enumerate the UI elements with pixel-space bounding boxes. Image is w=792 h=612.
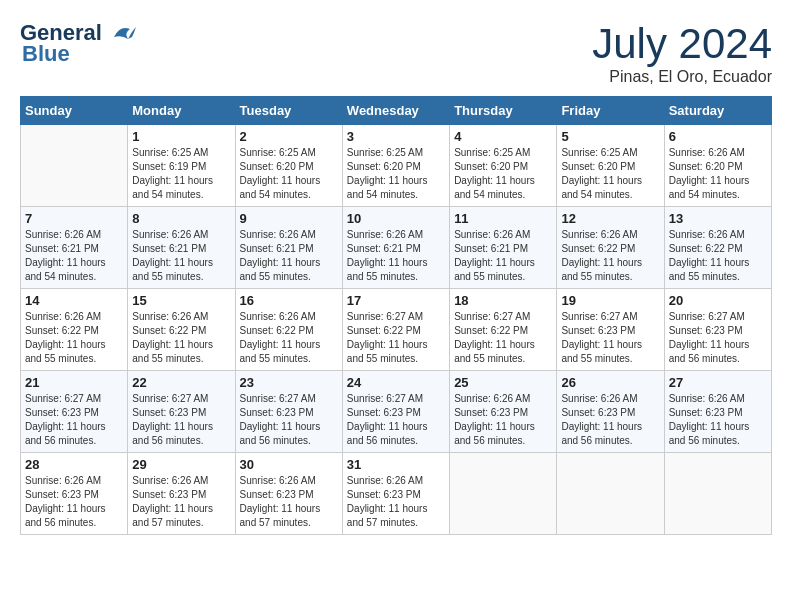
day-number: 28: [25, 457, 123, 472]
day-info: Sunrise: 6:26 AM Sunset: 6:22 PM Dayligh…: [25, 310, 123, 366]
weekday-header-row: SundayMondayTuesdayWednesdayThursdayFrid…: [21, 97, 772, 125]
calendar-cell: 12Sunrise: 6:26 AM Sunset: 6:22 PM Dayli…: [557, 207, 664, 289]
day-number: 30: [240, 457, 338, 472]
day-number: 11: [454, 211, 552, 226]
calendar-cell: 20Sunrise: 6:27 AM Sunset: 6:23 PM Dayli…: [664, 289, 771, 371]
day-info: Sunrise: 6:26 AM Sunset: 6:23 PM Dayligh…: [454, 392, 552, 448]
calendar-cell: 27Sunrise: 6:26 AM Sunset: 6:23 PM Dayli…: [664, 371, 771, 453]
calendar-cell: 26Sunrise: 6:26 AM Sunset: 6:23 PM Dayli…: [557, 371, 664, 453]
day-number: 9: [240, 211, 338, 226]
day-number: 31: [347, 457, 445, 472]
calendar-cell: 22Sunrise: 6:27 AM Sunset: 6:23 PM Dayli…: [128, 371, 235, 453]
calendar-week-4: 21Sunrise: 6:27 AM Sunset: 6:23 PM Dayli…: [21, 371, 772, 453]
day-number: 5: [561, 129, 659, 144]
calendar-cell: 10Sunrise: 6:26 AM Sunset: 6:21 PM Dayli…: [342, 207, 449, 289]
day-info: Sunrise: 6:26 AM Sunset: 6:21 PM Dayligh…: [240, 228, 338, 284]
calendar-cell: 8Sunrise: 6:26 AM Sunset: 6:21 PM Daylig…: [128, 207, 235, 289]
day-number: 7: [25, 211, 123, 226]
day-number: 19: [561, 293, 659, 308]
day-info: Sunrise: 6:25 AM Sunset: 6:20 PM Dayligh…: [240, 146, 338, 202]
day-number: 6: [669, 129, 767, 144]
calendar-cell: 1Sunrise: 6:25 AM Sunset: 6:19 PM Daylig…: [128, 125, 235, 207]
calendar-cell: 29Sunrise: 6:26 AM Sunset: 6:23 PM Dayli…: [128, 453, 235, 535]
day-number: 26: [561, 375, 659, 390]
day-info: Sunrise: 6:26 AM Sunset: 6:21 PM Dayligh…: [454, 228, 552, 284]
day-info: Sunrise: 6:26 AM Sunset: 6:22 PM Dayligh…: [240, 310, 338, 366]
day-info: Sunrise: 6:27 AM Sunset: 6:23 PM Dayligh…: [132, 392, 230, 448]
day-info: Sunrise: 6:27 AM Sunset: 6:23 PM Dayligh…: [347, 392, 445, 448]
calendar-cell: [21, 125, 128, 207]
day-info: Sunrise: 6:25 AM Sunset: 6:20 PM Dayligh…: [561, 146, 659, 202]
day-info: Sunrise: 6:26 AM Sunset: 6:22 PM Dayligh…: [132, 310, 230, 366]
calendar-cell: [557, 453, 664, 535]
weekday-header-saturday: Saturday: [664, 97, 771, 125]
day-number: 10: [347, 211, 445, 226]
day-number: 13: [669, 211, 767, 226]
day-info: Sunrise: 6:26 AM Sunset: 6:21 PM Dayligh…: [25, 228, 123, 284]
day-number: 20: [669, 293, 767, 308]
day-info: Sunrise: 6:26 AM Sunset: 6:22 PM Dayligh…: [669, 228, 767, 284]
calendar-cell: 23Sunrise: 6:27 AM Sunset: 6:23 PM Dayli…: [235, 371, 342, 453]
day-info: Sunrise: 6:27 AM Sunset: 6:22 PM Dayligh…: [454, 310, 552, 366]
weekday-header-monday: Monday: [128, 97, 235, 125]
weekday-header-thursday: Thursday: [450, 97, 557, 125]
day-info: Sunrise: 6:27 AM Sunset: 6:23 PM Dayligh…: [240, 392, 338, 448]
day-number: 18: [454, 293, 552, 308]
day-info: Sunrise: 6:25 AM Sunset: 6:20 PM Dayligh…: [347, 146, 445, 202]
day-info: Sunrise: 6:26 AM Sunset: 6:20 PM Dayligh…: [669, 146, 767, 202]
day-number: 27: [669, 375, 767, 390]
day-number: 1: [132, 129, 230, 144]
calendar-week-1: 1Sunrise: 6:25 AM Sunset: 6:19 PM Daylig…: [21, 125, 772, 207]
day-info: Sunrise: 6:26 AM Sunset: 6:23 PM Dayligh…: [132, 474, 230, 530]
day-number: 29: [132, 457, 230, 472]
calendar-cell: 5Sunrise: 6:25 AM Sunset: 6:20 PM Daylig…: [557, 125, 664, 207]
calendar-cell: 17Sunrise: 6:27 AM Sunset: 6:22 PM Dayli…: [342, 289, 449, 371]
day-info: Sunrise: 6:25 AM Sunset: 6:19 PM Dayligh…: [132, 146, 230, 202]
day-info: Sunrise: 6:26 AM Sunset: 6:21 PM Dayligh…: [347, 228, 445, 284]
day-number: 4: [454, 129, 552, 144]
calendar-cell: [664, 453, 771, 535]
weekday-header-tuesday: Tuesday: [235, 97, 342, 125]
calendar-week-5: 28Sunrise: 6:26 AM Sunset: 6:23 PM Dayli…: [21, 453, 772, 535]
calendar-cell: [450, 453, 557, 535]
day-info: Sunrise: 6:26 AM Sunset: 6:23 PM Dayligh…: [240, 474, 338, 530]
location-title: Pinas, El Oro, Ecuador: [592, 68, 772, 86]
day-number: 15: [132, 293, 230, 308]
day-info: Sunrise: 6:27 AM Sunset: 6:23 PM Dayligh…: [561, 310, 659, 366]
calendar-cell: 16Sunrise: 6:26 AM Sunset: 6:22 PM Dayli…: [235, 289, 342, 371]
day-number: 21: [25, 375, 123, 390]
day-number: 8: [132, 211, 230, 226]
day-number: 2: [240, 129, 338, 144]
calendar-cell: 28Sunrise: 6:26 AM Sunset: 6:23 PM Dayli…: [21, 453, 128, 535]
day-number: 17: [347, 293, 445, 308]
calendar-cell: 2Sunrise: 6:25 AM Sunset: 6:20 PM Daylig…: [235, 125, 342, 207]
calendar-cell: 11Sunrise: 6:26 AM Sunset: 6:21 PM Dayli…: [450, 207, 557, 289]
logo: General Blue: [20, 20, 138, 67]
calendar-cell: 14Sunrise: 6:26 AM Sunset: 6:22 PM Dayli…: [21, 289, 128, 371]
day-info: Sunrise: 6:26 AM Sunset: 6:22 PM Dayligh…: [561, 228, 659, 284]
calendar-cell: 3Sunrise: 6:25 AM Sunset: 6:20 PM Daylig…: [342, 125, 449, 207]
calendar-table: SundayMondayTuesdayWednesdayThursdayFrid…: [20, 96, 772, 535]
page-header: General Blue July 2024 Pinas, El Oro, Ec…: [20, 20, 772, 86]
calendar-cell: 18Sunrise: 6:27 AM Sunset: 6:22 PM Dayli…: [450, 289, 557, 371]
day-number: 16: [240, 293, 338, 308]
calendar-cell: 31Sunrise: 6:26 AM Sunset: 6:23 PM Dayli…: [342, 453, 449, 535]
day-info: Sunrise: 6:27 AM Sunset: 6:22 PM Dayligh…: [347, 310, 445, 366]
calendar-cell: 7Sunrise: 6:26 AM Sunset: 6:21 PM Daylig…: [21, 207, 128, 289]
day-info: Sunrise: 6:27 AM Sunset: 6:23 PM Dayligh…: [25, 392, 123, 448]
day-info: Sunrise: 6:27 AM Sunset: 6:23 PM Dayligh…: [669, 310, 767, 366]
day-number: 3: [347, 129, 445, 144]
day-info: Sunrise: 6:25 AM Sunset: 6:20 PM Dayligh…: [454, 146, 552, 202]
month-title: July 2024: [592, 20, 772, 68]
calendar-cell: 21Sunrise: 6:27 AM Sunset: 6:23 PM Dayli…: [21, 371, 128, 453]
calendar-cell: 4Sunrise: 6:25 AM Sunset: 6:20 PM Daylig…: [450, 125, 557, 207]
day-number: 12: [561, 211, 659, 226]
logo-bird-icon: [110, 23, 138, 45]
calendar-cell: 19Sunrise: 6:27 AM Sunset: 6:23 PM Dayli…: [557, 289, 664, 371]
calendar-cell: 9Sunrise: 6:26 AM Sunset: 6:21 PM Daylig…: [235, 207, 342, 289]
weekday-header-sunday: Sunday: [21, 97, 128, 125]
day-info: Sunrise: 6:26 AM Sunset: 6:23 PM Dayligh…: [561, 392, 659, 448]
day-number: 24: [347, 375, 445, 390]
day-number: 25: [454, 375, 552, 390]
calendar-cell: 6Sunrise: 6:26 AM Sunset: 6:20 PM Daylig…: [664, 125, 771, 207]
